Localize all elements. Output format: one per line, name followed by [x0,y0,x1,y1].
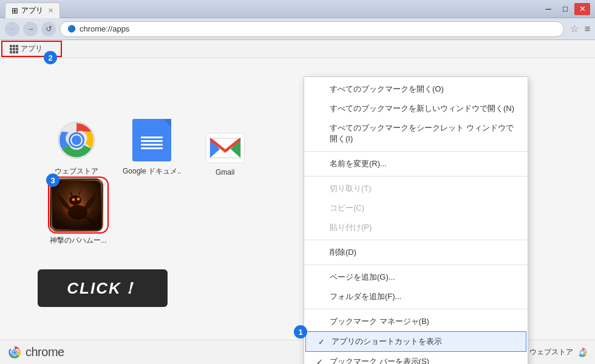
step2-badge: 2 [44,51,57,64]
chrome-menu-button[interactable]: ≡ [585,24,590,35]
menu-item-cut: 切り取り(T) [304,179,528,198]
chrome-svg-icon [57,121,96,160]
menu-item-rename[interactable]: 名前を変更(R)... [304,154,528,174]
dragon-app-icon[interactable] [50,178,107,232]
webstore-app-icon[interactable]: ウェブストア [55,119,98,177]
url-bar[interactable]: 🔵 chrome://apps [59,21,564,37]
menu-item-delete[interactable]: 削除(D) [304,243,528,262]
menu-divider-1 [304,151,528,152]
webstore-label: ウェブストア [55,166,98,177]
address-bar: ← → ↺ 🔵 chrome://apps ☆ ≡ [0,18,595,40]
dragon-label: 神撃のバハムー... [50,235,107,246]
url-icon: 🔵 [67,25,76,33]
webstore-icon-image [55,119,98,161]
svg-point-20 [580,351,583,354]
apps-shortcut-button[interactable]: アプリ [5,42,47,56]
click-button[interactable]: CLICK！ [38,269,168,307]
minimize-button[interactable]: ─ [540,3,556,15]
forward-button[interactable]: → [23,22,38,36]
tab-close-button[interactable]: ✕ [48,7,53,15]
close-window-button[interactable]: ✕ [574,3,590,15]
apps-label: アプリ [21,44,42,54]
bookmarks-bar: アプリ 2 [0,40,595,58]
url-text: chrome://apps [80,24,129,33]
menu-item-paste: 貼り付け(P) [304,218,528,237]
dragon-app-wrapper: 3 [50,178,107,246]
apps-grid-icon [10,45,18,53]
menu-item-add-folder[interactable]: フォルダを追加(F)... [304,287,528,306]
dragon-svg [52,181,101,229]
docs-app-icon[interactable]: Google ドキュメ.. [123,119,182,177]
menu-divider-5 [304,309,528,309]
docs-icon-image [132,119,171,161]
docs-label: Google ドキュメ.. [123,166,182,177]
gmail-label: Gmail [216,168,234,177]
chrome-brand-text: chrome [25,345,64,359]
title-bar: ⊞ アプリ ✕ ─ □ ✕ [0,0,595,18]
window-controls: ─ □ ✕ [540,3,590,15]
menu-item-open-incognito[interactable]: すべてのブックマークをシークレット ウィンドウで開く(I) [304,118,528,149]
maximize-button[interactable]: □ [557,3,573,15]
step3-badge: 3 [46,174,59,187]
svg-point-12 [73,199,74,200]
gmail-app-icon[interactable]: Gmail [206,133,245,177]
context-menu: すべてのブックマークを開く(O) すべてのブックマークを新しいウィンドウで開く(… [304,76,528,364]
back-button[interactable]: ← [5,22,19,36]
bottom-chrome-icon [577,347,588,358]
step1-badge: 1 [294,325,307,339]
docs-icon-lines [141,135,163,151]
chrome-logo-icon [7,345,22,360]
menu-item-show-apps-shortcut[interactable]: ✓ アプリのショートカットを表示 [305,331,526,352]
bottom-webstore-label: ウェブストア [529,347,573,357]
menu-item-show-bookmarks-bar[interactable]: ✓ ブックマーク バーを表示(S) [304,352,528,364]
click-button-text: CLICK！ [67,278,138,299]
svg-point-3 [72,135,81,145]
reload-button[interactable]: ↺ [41,22,56,36]
bookmark-star-button[interactable]: ☆ [570,23,579,35]
tab-title: アプリ [21,5,43,16]
menu-item-bookmark-manager[interactable]: ブックマーク マネージャ(B) [304,312,528,331]
tab-grid-icon: ⊞ [12,6,18,15]
app-icons-row: ウェブストア Google ドキュメ.. [55,119,245,177]
menu-item-open-new-window[interactable]: すべてのブックマークを新しいウィンドウで開く(N) [304,99,528,118]
menu-divider-4 [304,265,528,265]
dragon-icon-image [50,178,103,232]
main-content: ウェブストア Google ドキュメ.. [0,58,595,356]
menu-item-copy: コピー(C) [304,198,528,218]
menu-divider-3 [304,240,528,240]
menu-divider-2 [304,176,528,177]
svg-point-17 [13,351,16,354]
browser-tab[interactable]: ⊞ アプリ ✕ [5,2,60,18]
svg-point-13 [78,198,79,200]
bottom-bar-right: ウェブストア [529,347,588,358]
menu-item-open-all[interactable]: すべてのブックマークを開く(O) [304,79,528,99]
gmail-icon-image [206,133,245,163]
svg-point-9 [69,195,81,205]
gmail-svg [209,136,242,160]
menu-item-add-page[interactable]: ページを追加(G)... [304,268,528,287]
